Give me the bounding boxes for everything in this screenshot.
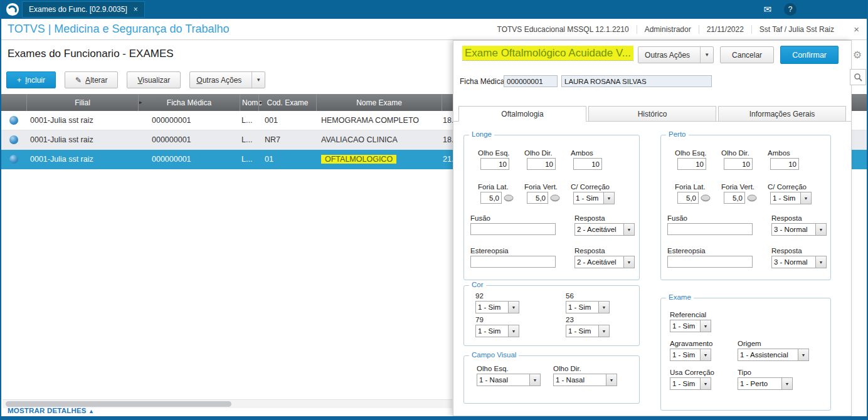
record-icon bbox=[9, 116, 18, 125]
header-nome[interactable]: Nome bbox=[240, 94, 258, 111]
chevron-down-icon[interactable]: ▼ bbox=[800, 192, 811, 204]
chevron-down-icon[interactable]: ▼ bbox=[700, 349, 711, 360]
longe-c-correcao-select[interactable]: 1 - Sim▼ bbox=[573, 192, 615, 204]
chevron-down-icon[interactable]: ▼ bbox=[598, 325, 609, 337]
longe-olho-esq-field[interactable] bbox=[480, 158, 509, 170]
header-cod-label: Cod. Exame bbox=[267, 98, 308, 107]
scrollbar-thumb[interactable] bbox=[6, 401, 231, 407]
mail-icon[interactable]: ✉ bbox=[763, 4, 771, 15]
chevron-down-icon[interactable]: ▼ bbox=[815, 256, 826, 268]
perto-fusao-field[interactable] bbox=[667, 223, 753, 235]
incluir-button[interactable]: + Incluir bbox=[6, 71, 56, 88]
tab-informacoes-gerais[interactable]: Informações Gerais bbox=[718, 106, 846, 122]
tab-historico[interactable]: Histórico bbox=[588, 106, 716, 122]
header-cod-exame[interactable]: ▸ Cod. Exame bbox=[258, 94, 316, 111]
campo-visual-group: Campo Visual Olho Esq. 1 - Nasal▼ Olho D… bbox=[463, 355, 640, 404]
chevron-down-icon[interactable]: ▼ bbox=[700, 378, 711, 389]
resposta-label: Resposta bbox=[574, 214, 605, 222]
usa-correcao-select[interactable]: 1 - Sim▼ bbox=[670, 377, 711, 390]
visualizar-label: Visualizar bbox=[137, 76, 170, 85]
perto-olho-esq-field[interactable] bbox=[677, 158, 706, 170]
longe-resposta2-select[interactable]: 2 - Aceitável▼ bbox=[574, 256, 635, 268]
longe-foria-vert-field[interactable] bbox=[527, 192, 548, 204]
chevron-down-icon[interactable]: ▼ bbox=[603, 192, 614, 204]
campo-olho-dir-select[interactable]: 1 - Nasal▼ bbox=[553, 374, 617, 386]
alterar-button[interactable]: ✎ Alterar bbox=[65, 71, 118, 88]
dialog-outras-acoes-button[interactable]: Outras Ações ▼ bbox=[638, 46, 714, 63]
chevron-down-icon[interactable]: ▼ bbox=[815, 224, 826, 235]
ficha-medica-code-field[interactable] bbox=[504, 75, 558, 87]
chevron-down-icon[interactable]: ▼ bbox=[529, 374, 540, 386]
chevron-down-icon[interactable]: ▼ bbox=[781, 378, 792, 389]
tab-oftalmologia[interactable]: Oftalmologia bbox=[458, 106, 586, 122]
header-ficha-medica[interactable]: ▸ Ficha Médica bbox=[138, 94, 240, 111]
campo-olho-esq-select[interactable]: 1 - Nasal▼ bbox=[477, 374, 541, 386]
confirmar-button[interactable]: Confirmar bbox=[780, 46, 839, 64]
column-expand-icon[interactable]: ▸ bbox=[260, 99, 263, 105]
outras-acoes-button[interactable]: Outras Ações ▼ bbox=[189, 71, 265, 88]
help-icon[interactable]: ? bbox=[784, 3, 797, 16]
longe-resposta1-select[interactable]: 2 - Aceitável▼ bbox=[574, 223, 635, 236]
longe-ambos-field[interactable] bbox=[573, 158, 602, 170]
origem-select[interactable]: 1 - Assistencial▼ bbox=[738, 349, 809, 361]
header-nome-exame[interactable]: Nome Exame bbox=[316, 94, 442, 111]
cell-filial: 0001-Julia sst raiz bbox=[26, 135, 138, 144]
cor-group: Cor 92 1 - Sim▼ 56 1 - Sim▼ 79 1 - Sim▼ … bbox=[463, 285, 640, 346]
chevron-down-icon[interactable]: ▼ bbox=[700, 320, 711, 332]
perto-foria-vert-field[interactable] bbox=[724, 192, 745, 204]
header-ficha-label: Ficha Médica bbox=[167, 98, 211, 107]
chevron-down-icon[interactable]: ▼ bbox=[606, 374, 617, 386]
longe-foria-lat-field[interactable] bbox=[480, 192, 502, 204]
cell-nome: L... bbox=[240, 135, 258, 144]
visualizar-button[interactable]: Visualizar bbox=[127, 71, 181, 88]
chevron-down-icon[interactable]: ▼ bbox=[798, 349, 808, 360]
header-filial[interactable]: Filial bbox=[26, 94, 138, 111]
chevron-down-icon[interactable]: ▼ bbox=[623, 224, 634, 235]
perto-resposta1-select[interactable]: 3 - Normal▼ bbox=[771, 223, 827, 236]
cor-23-select[interactable]: 1 - Sim▼ bbox=[566, 325, 610, 337]
foria-lookup-icon[interactable] bbox=[550, 194, 560, 202]
user-name: Administrador bbox=[637, 25, 699, 34]
record-icon bbox=[9, 135, 18, 144]
window-close-icon[interactable]: × bbox=[854, 24, 859, 34]
cor-92-select[interactable]: 1 - Sim▼ bbox=[475, 301, 519, 313]
chevron-down-icon[interactable]: ▼ bbox=[251, 72, 265, 88]
chevron-down-icon[interactable]: ▼ bbox=[623, 256, 634, 268]
page-title: Exames do Funcionario - EXAMES bbox=[8, 48, 174, 60]
tab-close-icon[interactable]: × bbox=[134, 5, 138, 14]
cancelar-button[interactable]: Cancelar bbox=[720, 46, 774, 63]
perto-estereopsia-field[interactable] bbox=[667, 256, 753, 268]
foria-lookup-icon[interactable] bbox=[747, 194, 757, 202]
longe-estereopsia-field[interactable] bbox=[470, 256, 556, 268]
referencial-select[interactable]: 1 - Sim▼ bbox=[670, 320, 711, 332]
open-program-tab[interactable]: Exames do Func. [02.9.0035] × bbox=[22, 1, 145, 18]
cell-exame: HEMOGRAMA COMPLETO bbox=[316, 116, 442, 125]
chevron-down-icon[interactable]: ▼ bbox=[508, 302, 519, 313]
perto-foria-lat-field[interactable] bbox=[677, 192, 699, 204]
perto-olho-dir-field[interactable] bbox=[724, 158, 753, 170]
search-panel-handle[interactable] bbox=[850, 69, 866, 85]
referencial-label: Referencial bbox=[670, 311, 706, 318]
perto-c-correcao-select[interactable]: 1 - Sim▼ bbox=[770, 192, 812, 204]
cor-79-select[interactable]: 1 - Sim▼ bbox=[475, 325, 519, 337]
dialog-buttons: Outras Ações ▼ Cancelar Confirmar bbox=[638, 46, 839, 64]
column-expand-icon[interactable]: ▸ bbox=[139, 99, 142, 105]
chevron-down-icon[interactable]: ▼ bbox=[700, 47, 713, 63]
longe-olho-dir-field[interactable] bbox=[527, 158, 556, 170]
chevron-down-icon[interactable]: ▼ bbox=[598, 302, 609, 313]
chevron-down-icon[interactable]: ▼ bbox=[508, 325, 519, 337]
foria-lat-label: Foria Lat. bbox=[675, 183, 706, 191]
ficha-medica-name-field[interactable] bbox=[561, 75, 712, 87]
perto-resposta2-select[interactable]: 3 - Normal▼ bbox=[771, 256, 827, 268]
longe-fusao-field[interactable] bbox=[470, 223, 556, 235]
mostrar-detalhes-link[interactable]: MOSTRAR DETALHES ▲ bbox=[8, 407, 94, 414]
foria-lookup-icon[interactable] bbox=[701, 194, 711, 202]
gear-icon[interactable]: ⚙ bbox=[853, 49, 862, 61]
perto-ambos-field[interactable] bbox=[770, 158, 799, 170]
cor-legend: Cor bbox=[469, 281, 486, 288]
cor-56-select[interactable]: 1 - Sim▼ bbox=[566, 301, 610, 313]
foria-lookup-icon[interactable] bbox=[504, 194, 514, 202]
olho-esq-label: Olho Esq. bbox=[478, 149, 510, 157]
tipo-select[interactable]: 1 - Perto▼ bbox=[738, 377, 793, 390]
agravamento-select[interactable]: 1 - Sim▼ bbox=[670, 349, 711, 361]
